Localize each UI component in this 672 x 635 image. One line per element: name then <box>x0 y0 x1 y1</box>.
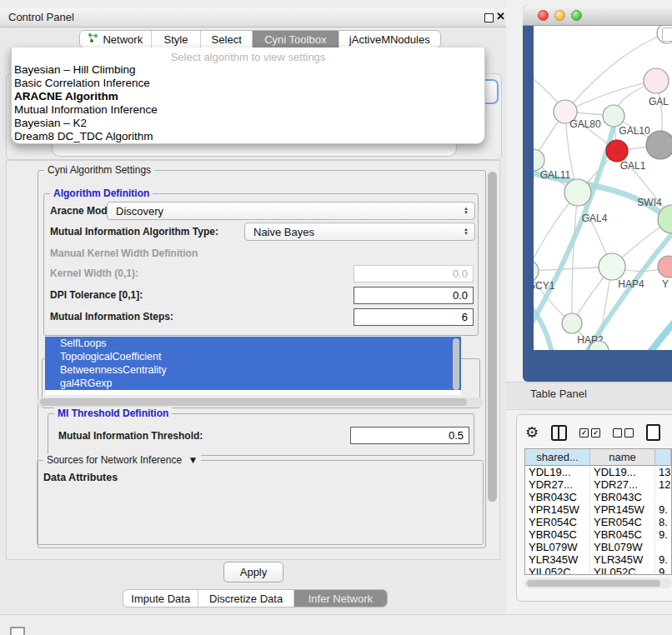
algorithm-dropdown-popup: Select algorithm to view settings Bayesi… <box>11 48 485 144</box>
network-node-gal11[interactable] <box>534 149 544 171</box>
column-header-0[interactable]: shared... <box>525 449 590 466</box>
apply-button[interactable]: Apply <box>223 562 283 582</box>
algorithm-option[interactable]: Bayesian – K2 <box>12 117 484 130</box>
column-header-1[interactable]: name <box>590 449 655 466</box>
settings-vertical-scrollbar[interactable] <box>488 172 497 502</box>
tab-style[interactable]: Style <box>152 31 202 48</box>
select-all-icon[interactable]: ✓✓ <box>579 428 600 438</box>
minimize-traffic-light-icon[interactable] <box>554 10 565 21</box>
network-node-y[interactable] <box>658 256 672 278</box>
mi-type-combo[interactable]: Naive Bayes ▲▼ <box>244 222 475 241</box>
table-cell: YDL19... <box>525 466 590 478</box>
table-cell: YIL052C <box>590 566 655 575</box>
algorithm-option[interactable]: Bayesian – Hill Climbing <box>12 63 484 77</box>
table-horizontal-scrollbar[interactable] <box>527 580 660 587</box>
table-cell: YDR27... <box>590 478 655 491</box>
tab-discretize-data[interactable]: Discretize Data <box>198 590 293 607</box>
table-cell: YIL052C <box>525 566 590 575</box>
network-edge-thick[interactable] <box>649 319 672 350</box>
dpi-tolerance-field[interactable]: 0.0 <box>354 287 474 304</box>
table-cell: 9. <box>655 553 671 566</box>
network-node-gal10[interactable] <box>603 105 624 127</box>
mi-threshold-field[interactable]: 0.5 <box>350 427 469 444</box>
table-panel-title: Table Panel <box>530 388 587 400</box>
tab-cyni-toolbox[interactable]: Cyni Toolbox <box>253 31 339 48</box>
kernel-width-field[interactable]: 0.0 <box>354 265 474 282</box>
algorithm-option[interactable]: ARACNE Algorithm <box>12 90 484 103</box>
sources-group-title[interactable]: Sources for Network Inference ▼ <box>43 454 201 466</box>
tab-infer-network[interactable]: Infer Network <box>294 590 387 607</box>
table-row[interactable]: YDR27...YDR27...12 <box>525 478 671 491</box>
document-icon[interactable] <box>646 424 660 441</box>
algorithm-option[interactable]: Dream8 DC_TDC Algorithm <box>12 130 484 143</box>
table-row[interactable]: YER054CYER054C8. <box>525 516 671 528</box>
network-node[interactable] <box>646 131 672 159</box>
node-label: GAL10 <box>619 125 650 137</box>
attribute-item[interactable]: SelfLoops <box>45 337 461 350</box>
table-row[interactable]: YBR043CYBR043C <box>525 491 671 503</box>
tab-label: Network <box>103 33 143 46</box>
node-label: GAL11 <box>540 169 571 181</box>
tab-label: Discretize Data <box>209 592 283 605</box>
network-node-hap4[interactable] <box>599 253 625 280</box>
attributes-scrollbar[interactable] <box>453 338 459 390</box>
table-cell: 8. <box>655 516 671 528</box>
apply-button-label: Apply <box>240 566 268 578</box>
network-edge-thick[interactable] <box>534 127 614 334</box>
zoom-traffic-light-icon[interactable] <box>571 10 582 21</box>
gear-icon[interactable]: ⚙ <box>525 425 539 440</box>
table-cell: YPR145W <box>525 503 590 516</box>
table-row[interactable]: YBR045CYBR045C9. <box>525 528 671 541</box>
table-row[interactable]: YDL19...YDL19...13 <box>525 466 671 478</box>
mi-type-label: Mutual Information Algorithm Type: <box>50 226 218 238</box>
network-node-gcy1[interactable] <box>534 260 539 282</box>
mi-steps-field[interactable]: 6 <box>354 308 474 326</box>
docked-panel-icon[interactable] <box>10 627 25 635</box>
network-node-gal1[interactable] <box>606 140 628 162</box>
dpi-tolerance-label: DPI Tolerance [0,1]: <box>50 289 143 301</box>
column-header-2[interactable] <box>655 449 671 466</box>
table-row[interactable]: YBL079WYBL079W <box>525 541 671 553</box>
network-view-window: GALGAL80GAL10GAL1GAL11GAL4SWI4GCY1HAP4YH… <box>523 5 672 382</box>
table-cell: 13 <box>655 466 671 478</box>
network-window-titlebar[interactable] <box>523 5 672 26</box>
network-tab-icon <box>88 32 98 46</box>
tab-impute-data[interactable]: Impute Data <box>123 590 198 607</box>
aracne-mode-combo[interactable]: Discovery ▲▼ <box>107 202 475 220</box>
tab-network[interactable]: Network <box>80 31 152 48</box>
collapse-down-icon: ▼ <box>188 454 198 466</box>
table-cell: YPR145W <box>590 503 655 516</box>
algorithm-option[interactable]: Basic Correlation Inference <box>12 77 484 90</box>
close-traffic-light-icon[interactable] <box>538 10 549 21</box>
attribute-item[interactable]: BetweennessCentrality <box>45 363 461 377</box>
aracne-mode-value: Discovery <box>116 205 163 218</box>
network-canvas[interactable]: GALGAL80GAL10GAL1GAL11GAL4SWI4GCY1HAP4YH… <box>534 26 672 350</box>
tab-select[interactable]: Select <box>201 31 253 48</box>
table-cell: 9. <box>655 528 671 541</box>
tab-label: Select <box>212 33 242 46</box>
network-node-gal4[interactable] <box>564 179 591 206</box>
status-strip <box>0 614 672 635</box>
close-icon[interactable]: ✕ <box>496 10 505 22</box>
kernel-width-label: Kernel Width (0,1): <box>50 268 138 279</box>
table-row[interactable]: YPR145WYPR145W9. <box>525 503 671 516</box>
table-row[interactable]: YLR345WYLR345W9. <box>525 553 671 566</box>
tab-jactivemnodules[interactable]: jActiveMNodules <box>339 31 440 48</box>
deselect-all-icon[interactable] <box>613 428 634 438</box>
split-columns-icon[interactable] <box>551 425 567 441</box>
mi-threshold-label: Mutual Information Threshold: <box>58 430 203 442</box>
network-node-hap2[interactable] <box>562 313 582 333</box>
table-cell: YER054C <box>525 516 590 528</box>
table-cell: YBR043C <box>590 491 655 503</box>
attribute-item[interactable]: gal4RGexp <box>45 377 461 390</box>
table-header-row: shared...name <box>525 449 671 466</box>
attribute-item[interactable]: TopologicalCoefficient <box>45 350 461 363</box>
table-cell: 9. <box>655 503 671 516</box>
network-node-gal[interactable] <box>644 68 669 93</box>
table-row[interactable]: YIL052CYIL052C9. <box>525 566 671 575</box>
network-edge-thick[interactable] <box>582 230 672 350</box>
network-edge[interactable] <box>572 192 578 323</box>
float-panel-icon[interactable] <box>484 13 494 22</box>
algorithm-option[interactable]: Mutual Information Inference <box>12 103 484 117</box>
settings-horizontal-scrollbar[interactable] <box>40 398 467 406</box>
